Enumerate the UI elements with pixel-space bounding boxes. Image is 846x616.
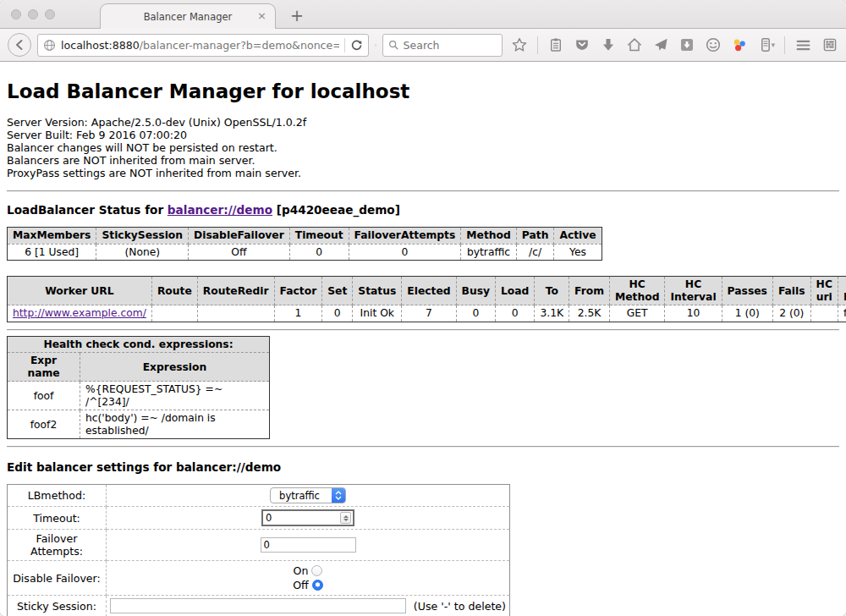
reload-icon[interactable] bbox=[350, 39, 363, 52]
window-zoom-button[interactable] bbox=[45, 9, 55, 19]
worker-url-link[interactable]: http://www.example.com/ bbox=[13, 307, 146, 319]
cell-routeredir bbox=[197, 305, 274, 322]
timeout-field-wrap bbox=[261, 509, 354, 526]
search-icon bbox=[388, 39, 398, 51]
balancer-status-table: MaxMembers StickySession DisableFailover… bbox=[7, 227, 602, 261]
server-version-line: Server Version: Apache/2.5.0-dev (Unix) … bbox=[7, 116, 839, 129]
url-bar[interactable]: localhost:8880/balancer-manager?b=demo&n… bbox=[37, 34, 369, 57]
page-content: Load Balancer Manager for localhost Serv… bbox=[0, 62, 846, 616]
health-check-table: Health check cond. expressions: Expr nam… bbox=[7, 336, 270, 440]
table-caption-row: Health check cond. expressions: bbox=[8, 336, 270, 353]
column-header: Expr name bbox=[8, 353, 80, 382]
lbmethod-select[interactable]: bytraffic bbox=[270, 487, 346, 503]
column-header: HC Method bbox=[610, 277, 665, 305]
cell-from: 2.5K bbox=[569, 305, 610, 322]
column-header: FailoverAttempts bbox=[349, 228, 461, 245]
cell-hc-method: GET bbox=[610, 305, 665, 322]
window-close-button[interactable] bbox=[11, 9, 21, 19]
sticky-session-input[interactable] bbox=[110, 598, 406, 613]
timeout-label: Timeout: bbox=[8, 507, 107, 530]
cell-active: Yes bbox=[554, 244, 602, 261]
edit-balancer-form: LBmethod: bytraffic Timeout: bbox=[7, 484, 510, 616]
cell-busy: 0 bbox=[456, 305, 495, 322]
colored-dots-extension-icon[interactable] bbox=[731, 36, 748, 53]
column-header: Active bbox=[554, 228, 602, 245]
column-header: Fails bbox=[772, 277, 810, 305]
send-plane-icon[interactable] bbox=[652, 36, 669, 53]
cell-to: 3.1K bbox=[535, 305, 569, 322]
section-divider bbox=[7, 329, 839, 331]
section-divider bbox=[7, 446, 839, 448]
url-text[interactable]: localhost:8880/balancer-manager?b=demo&n… bbox=[61, 39, 339, 52]
cell-set: 0 bbox=[322, 305, 353, 322]
column-header: Worker URL bbox=[8, 277, 152, 305]
cell-disablefailover: Off bbox=[189, 244, 290, 261]
column-header: Status bbox=[353, 277, 402, 305]
number-spinner-icon[interactable] bbox=[340, 512, 351, 524]
column-header: Passes bbox=[722, 277, 772, 305]
worker-row: http://www.example.com/ 1 0 Init Ok 7 0 … bbox=[8, 305, 846, 322]
feedback-smiley-icon[interactable] bbox=[705, 36, 722, 53]
server-built-line: Server Built: Feb 9 2016 07:00:20 bbox=[7, 129, 839, 141]
bookmark-star-icon[interactable] bbox=[511, 36, 528, 53]
search-input[interactable] bbox=[404, 39, 497, 52]
section-divider bbox=[7, 190, 839, 192]
form-row-disable-failover: Disable Failover: On Off bbox=[8, 561, 510, 596]
column-header: StickySession bbox=[96, 228, 189, 245]
cell-fails: 2 (0) bbox=[772, 305, 810, 322]
browser-window: Balancer Manager × + localhost:8880/bala… bbox=[0, 0, 846, 616]
downloads-icon[interactable] bbox=[600, 36, 617, 53]
column-header: HC Expr bbox=[838, 277, 846, 305]
column-header: Expression bbox=[80, 353, 270, 382]
cell-route bbox=[151, 305, 197, 322]
toolbar-separator bbox=[537, 36, 538, 54]
cell-factor: 1 bbox=[274, 305, 322, 322]
cell-path: /c/ bbox=[516, 244, 554, 261]
new-tab-button[interactable]: + bbox=[286, 6, 308, 25]
column-header: HC Interval bbox=[665, 277, 722, 305]
tab-balancer-manager[interactable]: Balancer Manager × bbox=[100, 3, 276, 29]
form-row-failover-attempts: Failover Attempts: bbox=[8, 530, 510, 561]
cell-hc-interval: 10 bbox=[665, 305, 722, 322]
cell-elected: 7 bbox=[402, 305, 456, 322]
tiles-extension-icon[interactable] bbox=[821, 36, 838, 53]
timeout-input[interactable] bbox=[263, 512, 340, 524]
search-bar[interactable] bbox=[382, 34, 503, 57]
block-content-icon[interactable] bbox=[375, 36, 376, 54]
form-row-lbmethod: LBmethod: bytraffic bbox=[8, 485, 510, 507]
tab-bar: Balancer Manager × + bbox=[0, 0, 846, 29]
globe-icon bbox=[43, 39, 56, 52]
page-title: Load Balancer Manager for localhost bbox=[7, 62, 839, 102]
back-arrow-icon bbox=[13, 38, 26, 52]
save-box-icon[interactable] bbox=[678, 36, 695, 53]
failover-attempts-input[interactable] bbox=[261, 537, 356, 553]
column-header: Busy bbox=[456, 277, 495, 305]
tab-title: Balancer Manager bbox=[144, 11, 233, 23]
cell-expression: hc('body') =~ /domain is established/ bbox=[80, 410, 270, 439]
cell-passes: 1 (0) bbox=[722, 305, 772, 322]
cell-status: Init Ok bbox=[353, 305, 402, 322]
cell-hc-uri bbox=[810, 305, 838, 322]
container-menu[interactable]: ▾ bbox=[757, 36, 775, 53]
health-check-title: Health check cond. expressions: bbox=[8, 336, 270, 353]
column-header: Set bbox=[322, 277, 353, 305]
back-button[interactable] bbox=[8, 33, 31, 57]
disable-failover-on-radio[interactable] bbox=[311, 565, 322, 576]
column-header: Route bbox=[151, 277, 197, 305]
cell-method: bytraffic bbox=[461, 244, 516, 261]
tab-close-icon[interactable]: × bbox=[257, 10, 266, 22]
home-icon[interactable] bbox=[626, 36, 643, 53]
window-minimize-button[interactable] bbox=[28, 9, 38, 19]
table-header-row: Expr name Expression bbox=[8, 353, 270, 382]
select-stepper-icon bbox=[332, 487, 345, 503]
column-header: RouteRedir bbox=[197, 277, 274, 305]
disable-failover-off-radio[interactable] bbox=[312, 580, 323, 591]
menu-hamburger-icon[interactable] bbox=[794, 36, 812, 54]
pocket-icon[interactable] bbox=[574, 36, 591, 53]
radio-option-on: On bbox=[110, 564, 506, 578]
column-header: Load bbox=[496, 277, 535, 305]
table-row: foof2 hc('body') =~ /domain is establish… bbox=[8, 410, 270, 439]
clipboard-icon[interactable] bbox=[547, 36, 564, 53]
balancer-demo-link[interactable]: balancer://demo bbox=[168, 203, 272, 217]
column-header: From bbox=[569, 277, 610, 305]
